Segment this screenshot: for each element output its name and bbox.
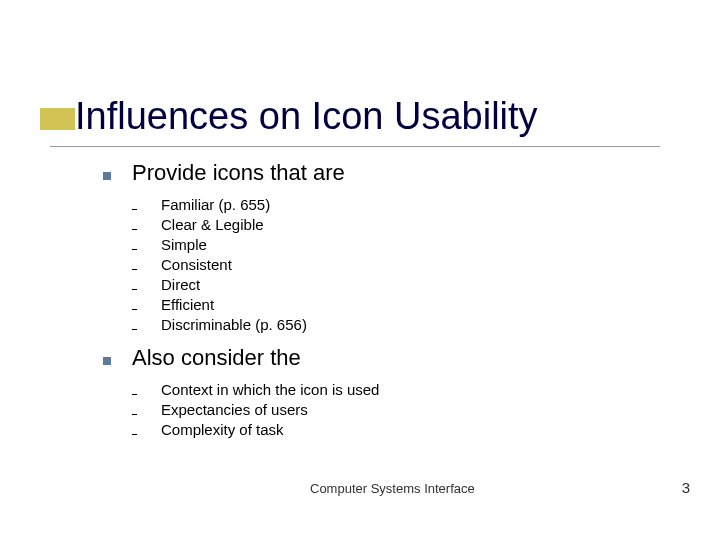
list-item: Clear & Legible [132,216,379,233]
item-text: Simple [161,236,207,253]
accent-bar [40,108,75,130]
dash-bullet-icon [132,434,137,436]
footer-text: Computer Systems Interface [310,481,475,496]
item-text: Discriminable (p. 656) [161,316,307,333]
item-text: Efficient [161,296,214,313]
slide-title: Influences on Icon Usability [75,95,538,138]
dash-bullet-icon [132,329,137,331]
dash-bullet-icon [132,209,137,211]
item-text: Context in which the icon is used [161,381,379,398]
item-text: Clear & Legible [161,216,264,233]
list-item: Discriminable (p. 656) [132,316,379,333]
list-item: Expectancies of users [132,401,379,418]
list-item: Direct [132,276,379,293]
heading-text: Also consider the [132,345,301,371]
dash-bullet-icon [132,414,137,416]
list-item: Efficient [132,296,379,313]
list-item: Consistent [132,256,379,273]
dash-bullet-icon [132,289,137,291]
dash-bullet-icon [132,229,137,231]
square-bullet-icon [103,172,111,180]
list-item: Simple [132,236,379,253]
slide-content: Provide icons that are Familiar (p. 655)… [103,160,379,441]
dash-bullet-icon [132,309,137,311]
square-bullet-icon [103,357,111,365]
item-text: Consistent [161,256,232,273]
section-heading-1: Provide icons that are [103,160,379,186]
list-item: Complexity of task [132,421,379,438]
title-underline [50,146,660,147]
section-heading-2: Also consider the [103,345,379,371]
item-text: Familiar (p. 655) [161,196,270,213]
item-text: Complexity of task [161,421,284,438]
list-item: Familiar (p. 655) [132,196,379,213]
dash-bullet-icon [132,249,137,251]
dash-bullet-icon [132,394,137,396]
dash-bullet-icon [132,269,137,271]
list-item: Context in which the icon is used [132,381,379,398]
item-text: Expectancies of users [161,401,308,418]
page-number: 3 [682,479,690,496]
heading-text: Provide icons that are [132,160,345,186]
item-text: Direct [161,276,200,293]
